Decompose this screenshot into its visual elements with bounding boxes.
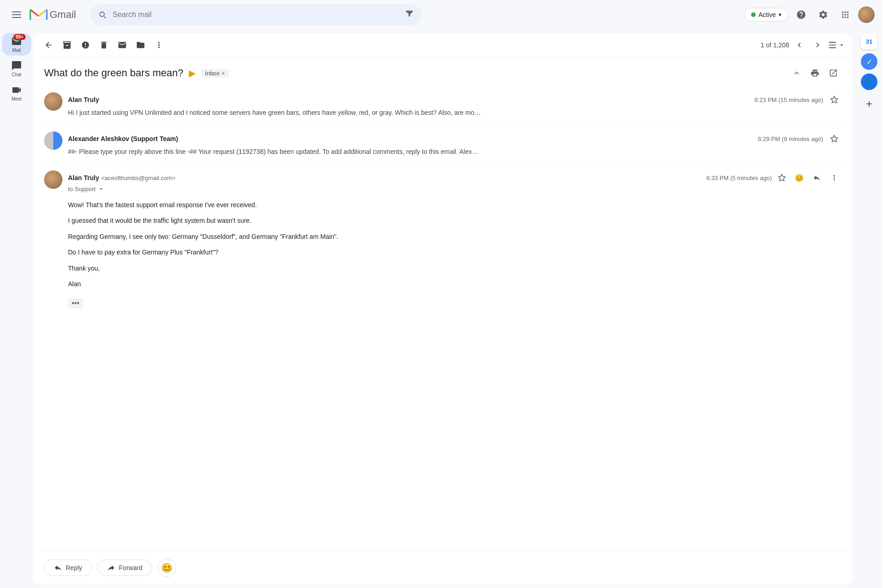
view-toggle-button[interactable] [828,40,845,50]
message-3-to: to Support [68,185,842,192]
search-bar[interactable] [90,4,421,25]
inbox-tag-remove[interactable]: × [221,70,225,77]
prev-email-button[interactable] [791,37,808,53]
mail-label: Mail [12,48,21,53]
avatar-image [858,6,875,23]
message-1-header: Alan Truly 6:23 PM (15 minutes ago) Hi I… [44,92,842,116]
chat-label: Chat [11,72,21,77]
email-subject: What do the green bars mean? [44,67,183,79]
message-1-star-button[interactable] [827,92,842,107]
add-app-button[interactable]: + [866,97,872,110]
more-button[interactable] [151,37,167,53]
search-input[interactable] [113,11,399,19]
message-1-preview: Hi I just started using VPN Unlimited an… [68,109,481,116]
message-3-star-button[interactable] [775,170,789,185]
body-line-1: Wow! That's the fastest support email re… [68,200,842,210]
message-1-meta: Alan Truly 6:23 PM (15 minutes ago) Hi I… [68,92,842,116]
message-2-header: Alexander Aleshkov (Support Team) 6:29 P… [44,131,842,155]
gmail-logo: Gmail [29,8,76,22]
emoji-reaction-button[interactable]: 😊 [158,559,176,577]
report-spam-button[interactable] [77,37,94,53]
message-3-sender: Alan Truly [68,174,99,181]
contacts-icon[interactable]: 👤 [861,74,877,90]
main-layout: 99+ Mail Chat Meet [0,29,882,588]
message-3-body: Wow! That's the fastest support email re… [44,192,842,289]
message-1-sender: Alan Truly [68,96,99,103]
gmail-title: Gmail [50,9,76,21]
tasks-icon[interactable]: ✓ [861,53,877,70]
message-3-avatar [44,170,62,189]
subject-actions [788,65,842,81]
message-3-meta: Alan Truly <aceofthumbs@gmail.com> 6:33 … [68,170,842,192]
settings-icon[interactable] [814,6,832,24]
email-container: 1 of 1,208 What do the green bars mean? … [33,33,853,584]
message-3-reply-button[interactable] [809,170,824,185]
mark-unread-button[interactable] [114,37,130,53]
message-1-avatar [44,92,62,111]
search-icon [98,10,107,19]
move-button[interactable] [132,37,149,53]
calendar-icon[interactable]: 31 [861,33,877,50]
reply-bar: Reply Forward 😊 [33,551,853,584]
menu-icon[interactable] [7,6,26,24]
archive-button[interactable] [59,37,75,53]
reply-button[interactable]: Reply [44,560,92,576]
chevron-down-icon: ▾ [779,11,781,18]
message-1: Alan Truly 6:23 PM (15 minutes ago) Hi I… [44,85,842,124]
help-icon[interactable] [792,6,810,24]
back-button[interactable] [40,37,57,53]
active-label: Active [758,11,776,18]
body-line-4: Do I have to pay extra for Germany Plus … [68,247,842,257]
mail-badge-container: 99+ [11,36,22,47]
meet-icon [11,85,22,96]
avatar[interactable] [858,6,875,23]
svg-rect-2 [12,17,21,18]
message-2-sender: Alexander Aleshkov (Support Team) [68,135,178,142]
delete-button[interactable] [96,37,112,53]
reply-icon [54,564,62,572]
message-2-meta: Alexander Aleshkov (Support Team) 6:29 P… [68,131,842,155]
message-3: Alan Truly <aceofthumbs@gmail.com> 6:33 … [44,163,842,316]
next-email-button[interactable] [809,37,826,53]
mail-badge: 99+ [13,34,26,40]
pagination-info: 1 of 1,208 [761,41,789,49]
sidebar-item-chat[interactable]: Chat [2,57,31,80]
inbox-tag-label: Inbox [205,70,220,77]
sidebar-item-mail[interactable]: 99+ Mail [2,33,31,56]
svg-rect-0 [12,11,21,12]
message-3-emoji-button[interactable]: 😊 [792,170,807,185]
body-line-3: Regarding Germany, I see only two: Germa… [68,232,842,242]
collapse-thread-button[interactable] [788,65,805,81]
message-1-time: 6:23 PM (15 minutes ago) [754,96,823,103]
email-toolbar: 1 of 1,208 [33,33,853,57]
sidebar-item-meet[interactable]: Meet [2,82,31,104]
message-2-time: 6:29 PM (9 minutes ago) [758,136,823,142]
email-messages: Alan Truly 6:23 PM (15 minutes ago) Hi I… [33,85,853,551]
open-in-new-button[interactable] [825,65,842,81]
topbar: Gmail Active ▾ [0,0,882,29]
message-3-time: 6:33 PM (5 minutes ago) [707,175,772,181]
email-subject-bar: What do the green bars mean? ▶ Inbox × [33,57,853,85]
message-3-email: <aceofthumbs@gmail.com> [101,175,175,181]
forward-button[interactable]: Forward [97,560,152,576]
calendar-day: 31 [866,38,872,45]
message-2-avatar [44,131,62,150]
expand-body-button[interactable]: ••• [68,298,83,308]
print-button[interactable] [807,65,823,81]
apps-icon[interactable] [836,6,854,24]
message-3-more-button[interactable] [827,170,842,185]
active-dot [751,12,756,17]
body-line-2: I guessed that it would be the traffic l… [68,215,842,226]
chat-icon [11,60,22,71]
inbox-tag: Inbox × [201,69,228,78]
svg-rect-1 [12,14,21,15]
reply-label: Reply [66,564,82,571]
search-filter-icon[interactable] [405,9,414,20]
chevron-down-small-icon[interactable] [97,185,105,192]
message-3-header: Alan Truly <aceofthumbs@gmail.com> 6:33 … [44,170,842,192]
message-2-preview: ##- Please type your reply above this li… [68,148,481,155]
active-status-button[interactable]: Active ▾ [744,8,788,22]
forward-arrow-icon: ▶ [189,68,196,79]
forward-icon [107,564,115,572]
message-2-star-button[interactable] [827,131,842,146]
